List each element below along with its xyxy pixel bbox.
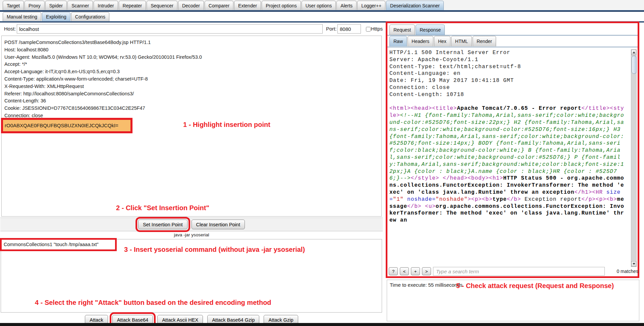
tab-configurations[interactable]: Configurations (71, 12, 109, 21)
scrollbar[interactable] (631, 49, 637, 267)
port-label: Port: (326, 26, 337, 32)
ysoserial-command-text: CommonsCollections1 "touch /tmp/aaaa.txt… (2, 240, 115, 249)
bottom-bar (0, 323, 644, 326)
tab-user-options[interactable]: User options (302, 1, 336, 10)
tab-target[interactable]: Target (3, 1, 24, 10)
search-next-button[interactable]: > (422, 267, 431, 275)
insertion-button-strip: Set Insertion Point Clear Insertion Poin… (0, 218, 383, 231)
port-input[interactable] (337, 24, 361, 34)
host-input[interactable] (17, 24, 323, 34)
tab-proxy[interactable]: Proxy (24, 1, 45, 10)
clear-insertion-point-button[interactable]: Clear Insertion Point (192, 220, 245, 229)
tab-hex[interactable]: Hex (434, 36, 450, 46)
scroll-up-button[interactable] (631, 50, 636, 55)
https-label: Https (371, 26, 383, 32)
divider (387, 35, 638, 36)
annotation-step2: 2 - Click "Set Insertion Point" (116, 204, 209, 212)
time-to-execute: Time to execute: 55 milliseconds (390, 282, 463, 288)
tab-spider[interactable]: Spider (45, 1, 67, 10)
ysoserial-label: java -jar ysoserial (0, 232, 383, 237)
main-tab-bar: TargetProxySpiderScannerIntruderRepeater… (3, 1, 444, 10)
tab-logger[interactable]: Logger++ (357, 1, 385, 10)
tab-alerts[interactable]: Alerts (336, 1, 357, 10)
tab-manual-testing[interactable]: Manual testing (3, 12, 41, 21)
highlighted-payload: rO0ABXQAE0FBQUFBQSBUZXN0IEJCQkJCQkI= (3, 120, 130, 131)
scrollbar-thumb[interactable] (632, 56, 637, 74)
tab-headers[interactable]: Headers (408, 36, 433, 46)
annotation-step1: 1 - Highlight insertion point (183, 121, 270, 129)
tab-intruder[interactable]: Intruder (94, 1, 118, 10)
annotation-step4: 4 - Select the right "Attack" button bas… (35, 299, 271, 307)
annotation-box-insertion-point: rO0ABXQAE0FBQUFBQSBUZXN0IEJCQkJCQkI= (1, 118, 132, 133)
divider (387, 47, 638, 47)
search-options-button[interactable]: + (411, 267, 420, 275)
response-raw-text: HTTP/1.1 500 Internal Server Error Serve… (389, 49, 626, 267)
search-help-button[interactable]: ? (389, 267, 398, 275)
host-label: Host: (4, 26, 16, 32)
search-input[interactable] (433, 267, 605, 276)
tab-extender[interactable]: Extender (234, 1, 261, 10)
request-text: POST /sampleCommonsCollections3/testBase… (4, 39, 381, 120)
scroll-down-button[interactable] (631, 261, 636, 267)
tab-response[interactable]: Response (416, 25, 445, 35)
annotation-step5: 5 - Check attack request (Request and Re… (456, 282, 614, 290)
annotation-box-command: CommonsCollections1 "touch /tmp/aaaa.txt… (0, 238, 117, 251)
annotation-step3: 3 - Insert ysoserial command (without ja… (124, 246, 305, 253)
search-prev-button[interactable]: < (400, 267, 409, 275)
tab-html[interactable]: HTML (451, 36, 472, 46)
scroll-down-icon (633, 263, 635, 265)
response-panel: RequestResponse RawHeadersHexHTMLRender … (386, 21, 639, 278)
message-tab-bar: RequestResponse (389, 25, 445, 35)
https-checkbox[interactable] (366, 27, 371, 32)
set-insertion-point-button[interactable]: Set Insertion Point (138, 220, 187, 229)
tab-repeater[interactable]: Repeater (119, 1, 146, 10)
tab-sequencer[interactable]: Sequencer (147, 1, 177, 10)
divider (0, 10, 644, 12)
tab-scanner[interactable]: Scanner (67, 1, 93, 10)
scroll-up-icon (633, 51, 635, 53)
tab-project-options[interactable]: Project options (262, 1, 301, 10)
tab-decoder[interactable]: Decoder (178, 1, 204, 10)
tab-comparer[interactable]: Comparer (205, 1, 233, 10)
tab-render[interactable]: Render (473, 36, 496, 46)
tab-request[interactable]: Request (389, 25, 415, 35)
tab-exploiting[interactable]: Exploiting (42, 12, 70, 21)
view-tab-bar: RawHeadersHexHTMLRender (389, 36, 496, 46)
tab-raw[interactable]: Raw (389, 36, 407, 46)
extension-tab-bar: Manual testingExploitingConfigurations (3, 12, 109, 21)
tab-deserialization-scanner[interactable]: Deserialization Scanner (386, 1, 444, 10)
search-bar: ? < + > 0 matches (389, 267, 638, 276)
search-matches-count: 0 matches (616, 269, 638, 274)
